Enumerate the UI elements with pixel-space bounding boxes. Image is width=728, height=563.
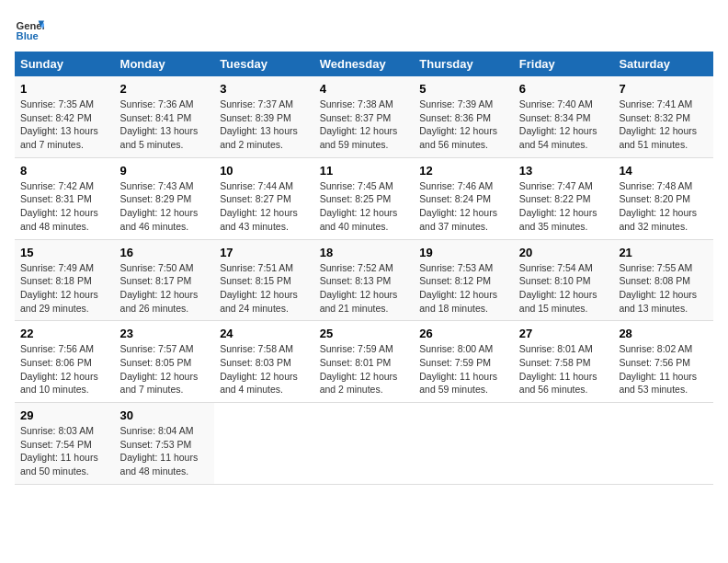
day-info: Sunrise: 7:39 AMSunset: 8:36 PMDaylight:… — [419, 98, 508, 152]
cell-week3-day5: 20Sunrise: 7:54 AMSunset: 8:10 PMDayligh… — [514, 239, 614, 321]
day-number: 25 — [320, 327, 409, 340]
day-info: Sunrise: 7:38 AMSunset: 8:37 PMDaylight:… — [320, 98, 409, 152]
day-number: 17 — [220, 246, 309, 259]
cell-week5-day0: 29Sunrise: 8:03 AMSunset: 7:54 PMDayligh… — [15, 403, 115, 485]
day-number: 16 — [120, 246, 210, 259]
day-info: Sunrise: 7:54 AMSunset: 8:10 PMDaylight:… — [519, 261, 609, 316]
day-info: Sunrise: 7:53 AMSunset: 8:12 PMDaylight:… — [419, 261, 508, 316]
day-info: Sunrise: 7:48 AMSunset: 8:20 PMDaylight:… — [619, 179, 708, 234]
day-number: 5 — [419, 82, 508, 96]
day-info: Sunrise: 8:04 AMSunset: 7:53 PMDaylight:… — [120, 424, 210, 478]
day-info: Sunrise: 7:41 AMSunset: 8:32 PMDaylight:… — [619, 98, 708, 152]
day-info: Sunrise: 7:45 AMSunset: 8:25 PMDaylight:… — [320, 179, 409, 234]
day-number: 1 — [20, 82, 109, 96]
col-header-friday: Friday — [514, 52, 614, 76]
col-header-thursday: Thursday — [414, 52, 514, 76]
day-info: Sunrise: 7:50 AMSunset: 8:17 PMDaylight:… — [120, 261, 210, 316]
cell-week2-day1: 9Sunrise: 7:43 AMSunset: 8:29 PMDaylight… — [115, 157, 215, 239]
cell-week5-day5 — [514, 403, 614, 485]
day-number: 2 — [120, 82, 210, 96]
day-number: 18 — [320, 246, 409, 259]
day-info: Sunrise: 8:01 AMSunset: 7:58 PMDaylight:… — [519, 342, 609, 396]
day-info: Sunrise: 7:36 AMSunset: 8:41 PMDaylight:… — [120, 98, 210, 152]
day-info: Sunrise: 7:46 AMSunset: 8:24 PMDaylight:… — [419, 179, 508, 234]
day-number: 24 — [220, 327, 309, 340]
cell-week4-day0: 22Sunrise: 7:56 AMSunset: 8:06 PMDayligh… — [15, 321, 115, 403]
day-number: 12 — [419, 164, 508, 178]
day-info: Sunrise: 7:58 AMSunset: 8:03 PMDaylight:… — [220, 342, 309, 396]
cell-week4-day5: 27Sunrise: 8:01 AMSunset: 7:58 PMDayligh… — [514, 321, 614, 403]
logo-icon: General Blue — [15, 15, 44, 44]
cell-week3-day3: 18Sunrise: 7:52 AMSunset: 8:13 PMDayligh… — [314, 239, 415, 321]
week-row-2: 8Sunrise: 7:42 AMSunset: 8:31 PMDaylight… — [15, 157, 713, 239]
cell-week4-day3: 25Sunrise: 7:59 AMSunset: 8:01 PMDayligh… — [314, 321, 415, 403]
day-info: Sunrise: 7:47 AMSunset: 8:22 PMDaylight:… — [519, 179, 609, 234]
day-number: 9 — [120, 164, 210, 178]
day-number: 29 — [20, 408, 109, 422]
week-row-1: 1Sunrise: 7:35 AMSunset: 8:42 PMDaylight… — [15, 76, 713, 157]
cell-week2-day4: 12Sunrise: 7:46 AMSunset: 8:24 PMDayligh… — [414, 157, 514, 239]
col-header-saturday: Saturday — [613, 52, 713, 76]
cell-week5-day3 — [314, 403, 415, 485]
header: General Blue — [15, 15, 713, 44]
cell-week2-day5: 13Sunrise: 7:47 AMSunset: 8:22 PMDayligh… — [514, 157, 614, 239]
day-info: Sunrise: 7:37 AMSunset: 8:39 PMDaylight:… — [220, 98, 309, 152]
cell-week1-day0: 1Sunrise: 7:35 AMSunset: 8:42 PMDaylight… — [15, 76, 115, 157]
day-number: 26 — [419, 327, 508, 340]
day-info: Sunrise: 7:49 AMSunset: 8:18 PMDaylight:… — [20, 261, 109, 316]
day-info: Sunrise: 7:40 AMSunset: 8:34 PMDaylight:… — [519, 98, 609, 152]
day-number: 30 — [120, 408, 210, 422]
day-info: Sunrise: 7:55 AMSunset: 8:08 PMDaylight:… — [619, 261, 708, 316]
day-info: Sunrise: 7:44 AMSunset: 8:27 PMDaylight:… — [220, 179, 309, 234]
day-number: 23 — [120, 327, 210, 340]
cell-week5-day2 — [214, 403, 314, 485]
cell-week3-day0: 15Sunrise: 7:49 AMSunset: 8:18 PMDayligh… — [15, 239, 115, 321]
cell-week2-day6: 14Sunrise: 7:48 AMSunset: 8:20 PMDayligh… — [613, 157, 713, 239]
day-info: Sunrise: 7:56 AMSunset: 8:06 PMDaylight:… — [20, 342, 109, 396]
day-info: Sunrise: 7:51 AMSunset: 8:15 PMDaylight:… — [220, 261, 309, 316]
day-number: 20 — [519, 246, 609, 259]
day-number: 21 — [619, 246, 708, 259]
col-header-monday: Monday — [115, 52, 215, 76]
cell-week4-day6: 28Sunrise: 8:02 AMSunset: 7:56 PMDayligh… — [613, 321, 713, 403]
col-header-tuesday: Tuesday — [214, 52, 314, 76]
day-info: Sunrise: 7:35 AMSunset: 8:42 PMDaylight:… — [20, 98, 109, 152]
cell-week4-day4: 26Sunrise: 8:00 AMSunset: 7:59 PMDayligh… — [414, 321, 514, 403]
week-row-3: 15Sunrise: 7:49 AMSunset: 8:18 PMDayligh… — [15, 239, 713, 321]
day-number: 8 — [20, 164, 109, 178]
day-number: 6 — [519, 82, 609, 96]
cell-week5-day4 — [414, 403, 514, 485]
day-number: 13 — [519, 164, 609, 178]
day-number: 27 — [519, 327, 609, 340]
cell-week1-day2: 3Sunrise: 7:37 AMSunset: 8:39 PMDaylight… — [214, 76, 314, 157]
cell-week4-day2: 24Sunrise: 7:58 AMSunset: 8:03 PMDayligh… — [214, 321, 314, 403]
day-number: 14 — [619, 164, 708, 178]
calendar-table: SundayMondayTuesdayWednesdayThursdayFrid… — [15, 52, 713, 485]
day-info: Sunrise: 7:43 AMSunset: 8:29 PMDaylight:… — [120, 179, 210, 234]
cell-week3-day1: 16Sunrise: 7:50 AMSunset: 8:17 PMDayligh… — [115, 239, 215, 321]
day-info: Sunrise: 7:57 AMSunset: 8:05 PMDaylight:… — [120, 342, 210, 396]
day-number: 15 — [20, 246, 109, 259]
day-info: Sunrise: 8:03 AMSunset: 7:54 PMDaylight:… — [20, 424, 109, 478]
day-info: Sunrise: 8:02 AMSunset: 7:56 PMDaylight:… — [619, 342, 708, 396]
cell-week1-day6: 7Sunrise: 7:41 AMSunset: 8:32 PMDaylight… — [613, 76, 713, 157]
day-number: 3 — [220, 82, 309, 96]
week-row-5: 29Sunrise: 8:03 AMSunset: 7:54 PMDayligh… — [15, 403, 713, 485]
cell-week5-day1: 30Sunrise: 8:04 AMSunset: 7:53 PMDayligh… — [115, 403, 215, 485]
day-number: 10 — [220, 164, 309, 178]
day-number: 28 — [619, 327, 708, 340]
day-number: 11 — [320, 164, 409, 178]
svg-text:Blue: Blue — [17, 30, 39, 41]
col-header-sunday: Sunday — [15, 52, 115, 76]
day-info: Sunrise: 7:59 AMSunset: 8:01 PMDaylight:… — [320, 342, 409, 396]
cell-week3-day6: 21Sunrise: 7:55 AMSunset: 8:08 PMDayligh… — [613, 239, 713, 321]
cell-week3-day2: 17Sunrise: 7:51 AMSunset: 8:15 PMDayligh… — [214, 239, 314, 321]
day-info: Sunrise: 7:42 AMSunset: 8:31 PMDaylight:… — [20, 179, 109, 234]
logo: General Blue — [15, 15, 48, 44]
day-number: 7 — [619, 82, 708, 96]
day-number: 4 — [320, 82, 409, 96]
cell-week2-day0: 8Sunrise: 7:42 AMSunset: 8:31 PMDaylight… — [15, 157, 115, 239]
cell-week1-day5: 6Sunrise: 7:40 AMSunset: 8:34 PMDaylight… — [514, 76, 614, 157]
day-info: Sunrise: 7:52 AMSunset: 8:13 PMDaylight:… — [320, 261, 409, 316]
cell-week5-day6 — [613, 403, 713, 485]
